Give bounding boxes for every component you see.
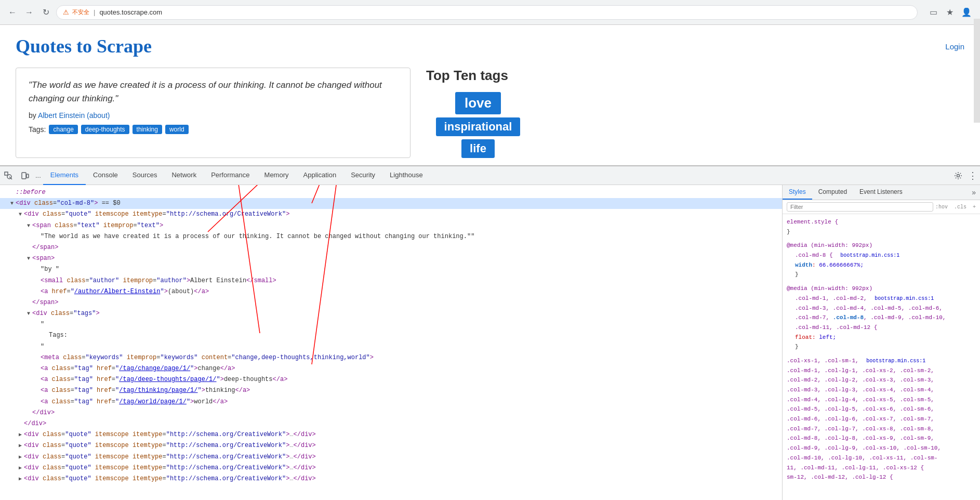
url-text[interactable]: quotes.toscrape.com: [99, 8, 162, 16]
triangle-down-icon3[interactable]: ▼: [25, 222, 32, 230]
quote-author: by Albert Einstein (about): [29, 111, 398, 120]
elem-meta-keywords: <meta class="keywords" itemprop="keyword…: [0, 352, 782, 363]
page-main: "The world as we have created it is a pr…: [16, 68, 964, 158]
elem-by-text: "by ": [0, 264, 782, 275]
tab-console[interactable]: Console: [86, 166, 125, 185]
triangle-quote4[interactable]: ▶: [17, 453, 24, 462]
elem-quote-mark2: ": [0, 341, 782, 352]
devtools-body: ::before ▼ <div class="col-md-8"> == $0: [0, 185, 980, 500]
tags-row: Tags: change deep-thoughts thinking worl…: [29, 125, 398, 134]
styles-content[interactable]: element.style { } @media (min-width: 992…: [783, 214, 980, 500]
cast-button[interactable]: ▭: [926, 5, 941, 20]
css-block-media-md-8: @media (min-width: 992px) .col-md-8 { bo…: [787, 241, 976, 280]
cloud-tag-inspirational[interactable]: inspirational: [436, 117, 521, 136]
profile-button[interactable]: 👤: [959, 5, 974, 20]
elem-tag-deep-thoughts: <a class="tag" href="/tag/deep-thoughts/…: [0, 374, 782, 385]
tab-security[interactable]: Security: [343, 166, 382, 185]
elem-small-author: <small class="author" itemprop="author">…: [0, 275, 782, 286]
elem-quote4[interactable]: ▶ <div class="quote" itemscope itemtype=…: [0, 452, 782, 463]
top-tags-title: Top Ten tags: [426, 68, 530, 84]
triangle-down-icon[interactable]: ▼: [8, 200, 16, 208]
elem-quote3[interactable]: ▶ <div class="quote" itemscope itemtype=…: [0, 440, 782, 451]
styles-more-button[interactable]: »: [968, 186, 980, 199]
triangle-tags[interactable]: ▼: [25, 310, 32, 318]
styles-tabs: Styles Computed Event Listeners »: [783, 185, 980, 200]
elem-col-md-8[interactable]: ▼ <div class="col-md-8"> == $0: [0, 198, 782, 209]
tab-application[interactable]: Application: [296, 166, 344, 185]
css-block-col-xs: .col-xs-1, .col-sm-1, bootstrap.min.css:…: [787, 356, 976, 482]
tag-change[interactable]: change: [49, 125, 77, 134]
triangle-quote5[interactable]: ▶: [17, 464, 24, 472]
quote-card: "The world as we have created it is a pr…: [16, 68, 410, 158]
devtools-toolbar: ... Elements Console Sources Network Per…: [0, 166, 980, 185]
settings-button[interactable]: [951, 168, 965, 183]
elem-about-link: <a href="/author/Albert-Einstein">(about…: [0, 286, 782, 297]
svg-rect-3: [22, 173, 26, 179]
elem-before-pseudo: ::before: [0, 187, 782, 198]
elem-tags-div-close: </div>: [0, 407, 782, 418]
triangle-quote6[interactable]: ▶: [17, 475, 24, 483]
tab-computed[interactable]: Computed: [812, 185, 853, 200]
svg-rect-0: [5, 172, 8, 175]
tab-styles[interactable]: Styles: [783, 185, 812, 200]
device-toggle-button[interactable]: [17, 166, 33, 185]
quote-text: "The world as we have created it is a pr…: [29, 78, 398, 105]
elem-div-close: </div>: [0, 418, 782, 429]
address-bar[interactable]: ⚠ 不安全 | quotes.toscrape.com: [56, 5, 918, 20]
triangle-span[interactable]: ▼: [25, 255, 32, 263]
tab-performance[interactable]: Performance: [204, 166, 257, 185]
elem-tag-thinking: <a class="tag" href="/tag/thinking/page/…: [0, 385, 782, 396]
elements-panel[interactable]: ::before ▼ <div class="col-md-8"> == $0: [0, 185, 783, 500]
refresh-button[interactable]: ↻: [39, 6, 52, 19]
tab-memory[interactable]: Memory: [257, 166, 296, 185]
page-content: Quotes to Scrape Login "The world as we …: [0, 25, 980, 165]
tab-elements[interactable]: Elements: [43, 166, 86, 185]
triangle-quote3[interactable]: ▶: [17, 442, 24, 450]
elem-tags-div[interactable]: ▼ <div class="tags">: [0, 308, 782, 319]
tag-deep-thoughts[interactable]: deep-thoughts: [81, 125, 129, 134]
filter-input[interactable]: [787, 202, 933, 212]
tag-thinking[interactable]: thinking: [133, 125, 162, 134]
elem-quote5[interactable]: ▶ <div class="quote" itemscope itemtype=…: [0, 463, 782, 473]
elem-span-by[interactable]: ▼ <span>: [0, 253, 782, 264]
inspect-element-button[interactable]: [0, 166, 17, 185]
elem-span-close: </span>: [0, 242, 782, 253]
elem-quote-mark1: ": [0, 319, 782, 330]
cloud-tag-life[interactable]: life: [461, 139, 495, 158]
elem-quote6[interactable]: ▶ <div class="quote" itemscope itemtype=…: [0, 473, 782, 484]
devtools: ... Elements Console Sources Network Per…: [0, 165, 980, 500]
triangle-down-icon2[interactable]: ▼: [17, 210, 24, 219]
login-link[interactable]: Login: [945, 42, 964, 51]
svg-rect-4: [27, 174, 29, 178]
svg-point-5: [957, 174, 960, 177]
tab-lighthouse[interactable]: Lighthouse: [382, 166, 430, 185]
author-link[interactable]: Albert Einstein: [38, 111, 85, 120]
cloud-tag-love[interactable]: love: [455, 92, 501, 114]
site-header: Quotes to Scrape Login: [16, 35, 964, 57]
elem-quote2[interactable]: ▶ <div class="quote" itemscope itemtype=…: [0, 429, 782, 440]
styles-panel: Styles Computed Event Listeners » :hov .…: [783, 185, 980, 500]
browser-actions: ▭ ★ 👤: [926, 5, 974, 20]
forward-button[interactable]: →: [23, 6, 35, 19]
tag-world[interactable]: world: [165, 125, 189, 134]
about-link[interactable]: (about): [87, 111, 110, 120]
css-selector: element.style {: [787, 219, 838, 225]
bookmark-button[interactable]: ★: [943, 5, 957, 20]
elem-tags-label: Tags:: [0, 330, 782, 341]
security-warning-label: 不安全: [72, 8, 89, 16]
separator: |: [94, 8, 95, 16]
tab-sources[interactable]: Sources: [125, 166, 165, 185]
tab-network[interactable]: Network: [164, 166, 204, 185]
attribution-label: by: [29, 111, 36, 120]
security-warning-icon: ⚠: [63, 8, 69, 16]
browser-toolbar: ← → ↻ ⚠ 不安全 | quotes.toscrape.com ▭ ★ 👤: [0, 0, 980, 25]
triangle-quote2[interactable]: ▶: [17, 431, 24, 439]
back-button[interactable]: ←: [6, 6, 19, 19]
elem-quote-text: "The world as we have created it is a pr…: [0, 231, 782, 242]
more-options-button[interactable]: ⋮: [965, 168, 980, 183]
elem-quote-div[interactable]: ▼ <div class="quote" itemscope itemtype=…: [0, 209, 782, 220]
tab-event-listeners[interactable]: Event Listeners: [853, 185, 909, 200]
elem-span-text[interactable]: ▼ <span class="text" itemprop="text">: [0, 220, 782, 231]
css-block-element-style: element.style { }: [787, 217, 976, 236]
site-title: Quotes to Scrape: [16, 35, 152, 57]
